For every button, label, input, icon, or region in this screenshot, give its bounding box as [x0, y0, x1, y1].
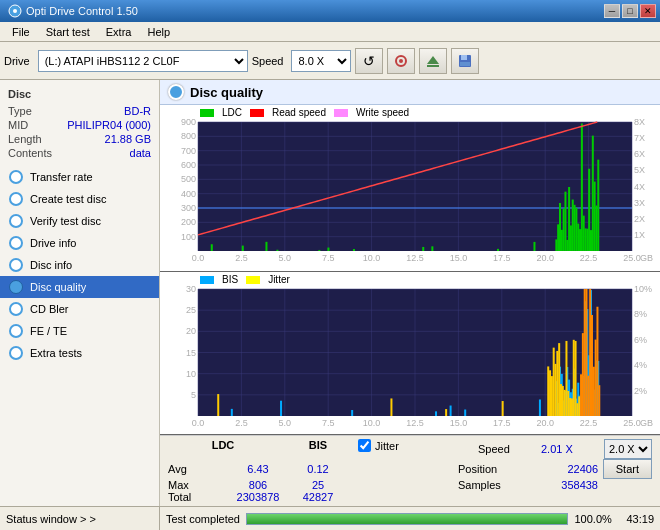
ldc-legend-label: LDC [222, 107, 242, 118]
sidebar-item-verify-test-disc[interactable]: Verify test disc [0, 210, 159, 232]
read-speed-legend-label: Read speed [272, 107, 326, 118]
settings-icon [393, 53, 409, 69]
disc-mid-label: MID [8, 119, 28, 131]
sidebar-item-disc-info[interactable]: Disc info [0, 254, 159, 276]
disc-section-label: Disc [0, 84, 159, 102]
svg-point-1 [13, 9, 17, 13]
top-chart [160, 118, 660, 269]
jitter-checkbox[interactable] [358, 439, 371, 452]
verify-test-disc-icon [8, 213, 24, 229]
save-button[interactable] [451, 48, 479, 74]
bottom-chart [160, 285, 660, 434]
max-ldc-value: 806 [228, 479, 288, 491]
bis-col-header: BIS [309, 439, 327, 451]
write-speed-legend-label: Write speed [356, 107, 409, 118]
avg-ldc-value: 6.43 [228, 463, 288, 475]
content-area: Disc quality LDC Read speed Write speed [160, 80, 660, 506]
status-window-button[interactable]: Status window > > [0, 507, 160, 530]
speed-value: 2.01 X [541, 443, 573, 455]
speed-area: Speed 2.01 X 2.0 X4.0 X8.0 X [478, 439, 652, 459]
avg-bis-value: 0.12 [288, 463, 348, 475]
svg-point-3 [399, 59, 403, 63]
disc-contents-row: Contents data [8, 146, 151, 160]
speed-select[interactable]: 8.0 X 4.0 X 2.0 X [291, 50, 351, 72]
completed-text: Test completed [166, 513, 240, 525]
bottom-chart-legend: BIS Jitter [160, 272, 660, 285]
refresh-button[interactable]: ↺ [355, 48, 383, 74]
window-controls: ─ □ ✕ [604, 4, 656, 18]
stats-panel: LDC BIS Jitter Speed 2.01 X 2.0 X4.0 X8.… [160, 435, 660, 506]
total-bis-value: 42827 [288, 491, 348, 503]
eject-button[interactable] [419, 48, 447, 74]
disc-type-row: Type BD-R [8, 104, 151, 118]
sidebar: Disc Type BD-R MID PHILIPR04 (000) Lengt… [0, 80, 160, 506]
status-window-label: Status window > > [6, 513, 96, 525]
speed-label: Speed [252, 55, 284, 67]
disc-mid-row: MID PHILIPR04 (000) [8, 118, 151, 132]
progress-fill [247, 514, 567, 524]
disc-quality-header-icon [168, 84, 184, 100]
progress-bar [246, 513, 568, 525]
status-progress-area: Test completed 100.0% [160, 513, 620, 525]
drive-label: Drive [4, 55, 30, 67]
progress-percent: 100.0% [574, 513, 614, 525]
disc-type-label: Type [8, 105, 32, 117]
start-button[interactable]: Start [603, 459, 652, 479]
disc-quality-icon [8, 279, 24, 295]
bis-legend-color [200, 276, 214, 284]
total-ldc-value: 2303878 [228, 491, 288, 503]
disc-length-value: 21.88 GB [105, 133, 151, 145]
settings-button[interactable] [387, 48, 415, 74]
maximize-button[interactable]: □ [622, 4, 638, 18]
menu-start-test[interactable]: Start test [38, 24, 98, 40]
speed-quality-select[interactable]: 2.0 X4.0 X8.0 X [604, 439, 652, 459]
max-bis-value: 25 [288, 479, 348, 491]
sidebar-item-drive-info[interactable]: Drive info [0, 232, 159, 254]
status-time: 43:19 [620, 513, 660, 525]
svg-rect-7 [461, 55, 467, 60]
jitter-legend-label: Jitter [268, 274, 290, 285]
drive-select[interactable]: (L:) ATAPI iHBS112 2 CL0F [38, 50, 248, 72]
bis-legend-label: BIS [222, 274, 238, 285]
disc-info-panel: Type BD-R MID PHILIPR04 (000) Length 21.… [0, 102, 159, 166]
ldc-legend-color [200, 109, 214, 117]
disc-mid-value: PHILIPR04 (000) [67, 119, 151, 131]
transfer-rate-icon [8, 169, 24, 185]
extra-tests-icon [8, 345, 24, 361]
content-header: Disc quality [160, 80, 660, 105]
sidebar-item-fe-te[interactable]: FE / TE [0, 320, 159, 342]
sidebar-item-transfer-rate[interactable]: Transfer rate [0, 166, 159, 188]
main-content: Disc Type BD-R MID PHILIPR04 (000) Lengt… [0, 80, 660, 506]
samples-label: Samples [458, 479, 538, 491]
drive-info-icon [8, 235, 24, 251]
menu-file[interactable]: File [4, 24, 38, 40]
write-speed-legend-color [334, 109, 348, 117]
disc-length-label: Length [8, 133, 42, 145]
disc-contents-value: data [130, 147, 151, 159]
close-button[interactable]: ✕ [640, 4, 656, 18]
app-title: Opti Drive Control 1.50 [8, 4, 138, 18]
app-icon [8, 4, 22, 18]
ldc-col-header: LDC [212, 439, 235, 451]
menu-help[interactable]: Help [139, 24, 178, 40]
sidebar-item-create-test-disc[interactable]: Create test disc [0, 188, 159, 210]
menu-extra[interactable]: Extra [98, 24, 140, 40]
sidebar-item-cd-bler[interactable]: CD Bler [0, 298, 159, 320]
minimize-button[interactable]: ─ [604, 4, 620, 18]
eject-icon [425, 53, 441, 69]
disc-type-value: BD-R [124, 105, 151, 117]
svg-rect-8 [460, 62, 470, 66]
svg-marker-4 [427, 56, 439, 64]
titlebar: Opti Drive Control 1.50 ─ □ ✕ [0, 0, 660, 22]
fe-te-icon [8, 323, 24, 339]
menubar: File Start test Extra Help [0, 22, 660, 42]
jitter-legend-color [246, 276, 260, 284]
sidebar-item-extra-tests[interactable]: Extra tests [0, 342, 159, 364]
sidebar-item-disc-quality[interactable]: Disc quality [0, 276, 159, 298]
samples-value: 358438 [538, 479, 598, 491]
toolbar: Drive (L:) ATAPI iHBS112 2 CL0F Speed 8.… [0, 42, 660, 80]
disc-contents-label: Contents [8, 147, 52, 159]
stats-bis-col: BIS [278, 439, 358, 451]
statusbar: Status window > > Test completed 100.0% … [0, 506, 660, 530]
content-title: Disc quality [190, 85, 263, 100]
